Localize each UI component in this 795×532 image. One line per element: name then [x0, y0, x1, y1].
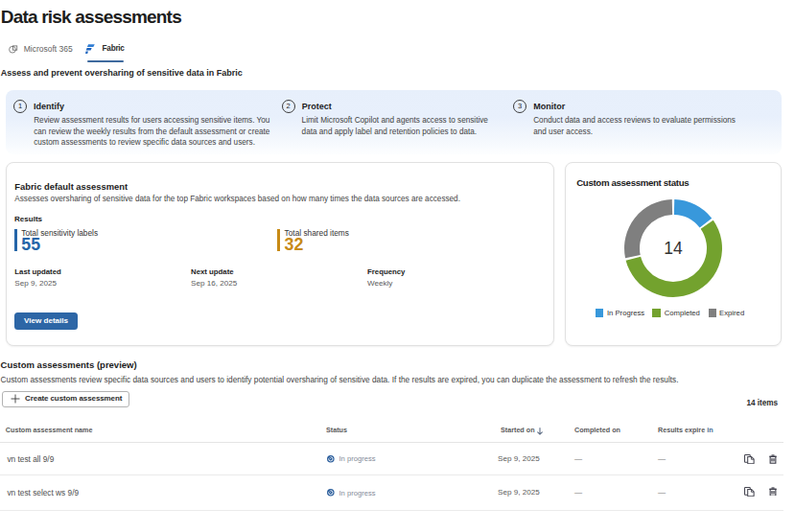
svg-text:14: 14: [664, 239, 683, 258]
